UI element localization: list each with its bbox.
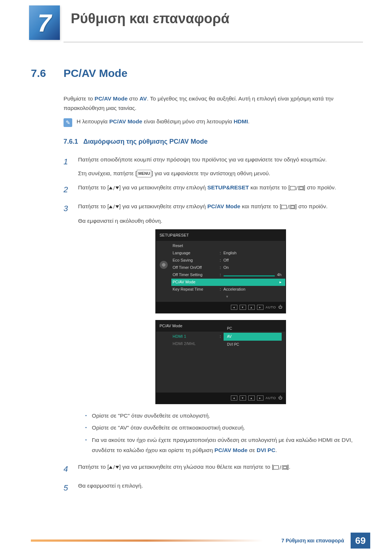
subsection-number: 7.6.1 (64, 138, 78, 145)
slider (224, 275, 275, 276)
step-number: 4 (64, 462, 71, 476)
osd-setup-reset: SETUP&RESET Reset Language:English Eco S… (155, 229, 286, 313)
note-text: Η λειτουργία PC/AV Mode είναι διαθέσιμη … (77, 118, 250, 125)
page-footer: 7 Ρύθμιση και επαναφορά 69 (0, 533, 392, 549)
nav-down-icon: ▾ (240, 395, 246, 401)
step-1: 1 Πατήστε οποιοδήποτε κουμπί στην πρόσοψ… (64, 155, 363, 178)
highlight-setupreset: SETUP&RESET (207, 184, 249, 190)
chapter-title: Ρύθμιση και επαναφορά (71, 11, 229, 26)
osd-row-keyrepeat: Key Repeat Time:Acceleration (171, 286, 285, 293)
nav-left-icon: ◂ (231, 395, 237, 401)
footer-chapter-label: 7 Ρύθμιση και επαναφορά (281, 538, 344, 543)
chapter-underline (64, 42, 363, 42)
bullet-pc: Ορίστε σε "PC" όταν συνδεθείτε σε υπολογ… (85, 411, 363, 421)
section-title: PC/AV Mode (64, 67, 127, 79)
osd-row-timer-setting: Off Timer Setting:4h (171, 271, 285, 279)
nav-down-icon: ▾ (240, 305, 246, 310)
section-heading: 7.6 PC/AV Mode (31, 67, 363, 79)
value: Acceleration (224, 286, 282, 293)
label: HDMI 2/MHL (173, 340, 220, 348)
note: ✎ Η λειτουργία PC/AV Mode είναι διαθέσιμ… (64, 118, 363, 127)
value: 4h (277, 271, 281, 279)
osd-footer: ◂ ▾ ▴ ▸ AUTO ⏻ (156, 393, 285, 403)
highlight-pcav: PC/AV Mode (95, 95, 128, 102)
step-number: 1 (64, 155, 71, 178)
osd-row-pcav-selected: PC/AV Mode▸ (171, 279, 285, 286)
text: ] για να εμφανίσετε την αντίστοιχη οθόνη… (151, 170, 270, 176)
option-av-selected: AV (224, 333, 282, 341)
select-icons: / (290, 183, 304, 193)
auto-label: AUTO (266, 395, 276, 401)
nav-up-icon: ▴ (248, 305, 255, 310)
value: On (224, 264, 282, 271)
nav-left-icon: ◂ (231, 305, 237, 310)
text: ] για να μετακινηθείτε στη γλώσσα που θέ… (119, 464, 273, 470)
osd-sidebar (156, 241, 171, 302)
label: Language (173, 250, 220, 257)
text: σε (248, 447, 257, 453)
auto-label: AUTO (266, 304, 276, 310)
text: και πατήστε το [ (240, 203, 281, 209)
text: Πατήστε το [ (78, 184, 109, 190)
intro-paragraph: Ρυθμίστε το PC/AV Mode στο AV. Το μέγεθο… (64, 94, 363, 113)
power-icon: ⏻ (278, 304, 282, 311)
step-body: Πατήστε το [/] για να μετακινηθείτε στην… (78, 201, 363, 457)
text: . (275, 447, 277, 453)
note-icon: ✎ (64, 118, 72, 127)
power-icon: ⏻ (278, 394, 282, 402)
text: ] στο προϊόν. (295, 203, 327, 209)
label: HDMI 1 (173, 333, 220, 340)
label: Key Repeat Time (173, 286, 220, 293)
highlight-dvipc: DVI PC (257, 447, 275, 453)
highlight-pcav: PC/AV Mode (109, 118, 142, 124)
osd-header: SETUP&RESET (156, 230, 285, 241)
text: ] για να μετακινηθείτε στην επιλογή (119, 184, 207, 190)
up-down-arrows-icon: / (109, 462, 119, 472)
step-5: 5 Θα εφαρμοστεί η επιλογή. (64, 481, 363, 495)
step-3: 3 Πατήστε το [/] για να μετακινηθείτε στ… (64, 201, 363, 457)
osd-footer: ◂ ▾ ▴ ▸ AUTO ⏻ (156, 302, 285, 313)
text: είναι διαθέσιμη μόνο στη λειτουργία (142, 118, 234, 124)
bullet-dvipc: Για να ακούτε τον ήχο ενώ έχετε πραγματο… (85, 435, 363, 455)
chapter-number-badge: 7 (29, 5, 60, 40)
bullet-av: Ορίστε σε "AV" όταν συνδεθείτε σε οπτικο… (85, 423, 363, 433)
highlight-hdmi: HDMI (234, 118, 248, 124)
pcav-dropdown: PC AV DVI PC (224, 325, 282, 349)
step-body: Πατήστε το [/] για να μετακινηθείτε στην… (78, 182, 363, 197)
text: στο (128, 95, 140, 102)
chevron-right-icon: ▸ (279, 279, 282, 286)
osd-row-reset: Reset (171, 242, 285, 250)
text: Θα εμφανιστεί η ακόλουθη οθόνη. (78, 216, 363, 226)
step-number: 5 (64, 481, 71, 495)
value: English (224, 250, 282, 257)
select-icons: / (273, 463, 287, 473)
osd-pcav-mode: PC/AV Mode HDMI 1: PC AV DVI PC (155, 320, 286, 404)
text: ] για να μετακινηθείτε στην επιλογή (119, 203, 207, 209)
label: Off Timer Setting (173, 271, 220, 279)
option-dvipc: DVI PC (224, 341, 282, 349)
step-body: Πατήστε το [/] για να μετακινηθείτε στη … (78, 462, 363, 476)
step-body: Πατήστε οποιοδήποτε κουμπί στην πρόσοψη … (78, 155, 363, 178)
step-number: 3 (64, 201, 71, 457)
subsection-heading: 7.6.1 Διαμόρφωση της ρύθμισης PC/AV Mode (64, 138, 363, 145)
page-number: 69 (351, 533, 370, 549)
subsection-title: Διαμόρφωση της ρύθμισης PC/AV Mode (83, 138, 208, 145)
menu-button-icon: MENU (137, 170, 151, 178)
page-content: 7.6 PC/AV Mode Ρυθμίστε το PC/AV Mode στ… (31, 67, 363, 499)
step-body: Θα εφαρμοστεί η επιλογή. (78, 481, 363, 495)
text: Ρυθμίστε το (64, 95, 95, 102)
label: Off Timer On/Off (173, 264, 220, 271)
highlight-av: AV (139, 95, 147, 102)
footer-gradient (31, 539, 281, 542)
step-2: 2 Πατήστε το [/] για να μετακινηθείτε στ… (64, 182, 363, 197)
text: Πατήστε οποιοδήποτε κουμπί στην πρόσοψη … (78, 155, 363, 165)
up-down-arrows-icon: / (109, 183, 119, 193)
value: Off (224, 257, 282, 264)
osd-row-eco: Eco Saving:Off (171, 257, 285, 264)
text: και πατήστε το [ (249, 184, 290, 190)
osd-row-more: ▾ (171, 293, 285, 300)
step-number: 2 (64, 182, 71, 197)
nav-right-icon: ▸ (257, 395, 264, 401)
osd-sidebar (156, 332, 171, 393)
step-4: 4 Πατήστε το [/] για να μετακινηθείτε στ… (64, 462, 363, 476)
